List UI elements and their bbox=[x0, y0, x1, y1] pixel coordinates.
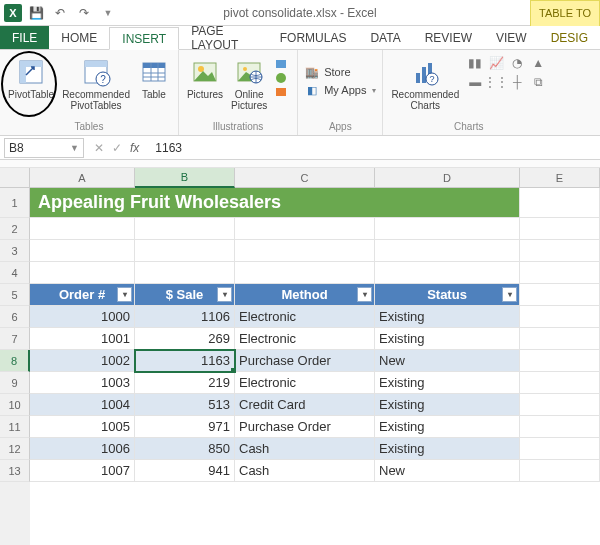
redo-icon[interactable]: ↷ bbox=[74, 3, 94, 23]
hbar-chart-icon[interactable]: ▬ bbox=[465, 73, 485, 91]
cell[interactable] bbox=[520, 188, 600, 218]
cell[interactable]: Credit Card bbox=[235, 394, 375, 416]
enter-icon[interactable]: ✓ bbox=[112, 141, 122, 155]
cell[interactable]: Cash bbox=[235, 438, 375, 460]
row-header[interactable]: 13 bbox=[0, 460, 30, 482]
cell[interactable]: Electronic bbox=[235, 372, 375, 394]
cell[interactable] bbox=[520, 372, 600, 394]
area-chart-icon[interactable]: ▲ bbox=[528, 54, 548, 72]
col-header[interactable]: B bbox=[135, 168, 235, 188]
cell[interactable] bbox=[375, 240, 520, 262]
cell[interactable] bbox=[135, 262, 235, 284]
cell[interactable] bbox=[520, 438, 600, 460]
cell[interactable]: Purchase Order bbox=[235, 350, 375, 372]
cell[interactable] bbox=[135, 240, 235, 262]
cell[interactable]: Electronic bbox=[235, 306, 375, 328]
cell[interactable]: 1000 bbox=[30, 306, 135, 328]
cell[interactable]: Purchase Order bbox=[235, 416, 375, 438]
shapes-dropdown[interactable] bbox=[273, 54, 291, 108]
cell[interactable] bbox=[520, 306, 600, 328]
cell[interactable] bbox=[30, 262, 135, 284]
cell[interactable]: 850 bbox=[135, 438, 235, 460]
line-chart-icon[interactable]: 📈 bbox=[486, 54, 506, 72]
col-header[interactable]: E bbox=[520, 168, 600, 188]
cell[interactable] bbox=[235, 262, 375, 284]
cell[interactable]: Electronic bbox=[235, 328, 375, 350]
col-header[interactable]: A bbox=[30, 168, 135, 188]
col-header[interactable]: C bbox=[235, 168, 375, 188]
filter-icon[interactable]: ▾ bbox=[357, 287, 372, 302]
cell[interactable]: 1007 bbox=[30, 460, 135, 482]
tab-formulas[interactable]: FORMULAS bbox=[268, 26, 359, 49]
cell[interactable]: 1005 bbox=[30, 416, 135, 438]
row-header[interactable]: 1 bbox=[0, 188, 30, 218]
cell[interactable]: 971 bbox=[135, 416, 235, 438]
formula-bar[interactable]: 1163 bbox=[145, 141, 600, 155]
table-header-status[interactable]: Status▾ bbox=[375, 284, 520, 306]
bar-chart-icon[interactable]: ▮▮ bbox=[465, 54, 485, 72]
scatter-chart-icon[interactable]: ⋮⋮ bbox=[486, 73, 506, 91]
stock-chart-icon[interactable]: ┼ bbox=[507, 73, 527, 91]
pie-chart-icon[interactable]: ◔ bbox=[507, 54, 527, 72]
save-icon[interactable]: 💾 bbox=[26, 3, 46, 23]
pivot-table-button[interactable]: PivotTable bbox=[6, 54, 56, 102]
cell[interactable] bbox=[520, 328, 600, 350]
cell[interactable]: Existing bbox=[375, 438, 520, 460]
cell[interactable] bbox=[520, 416, 600, 438]
table-button[interactable]: Table bbox=[136, 54, 172, 102]
my-apps-button[interactable]: ◧ My Apps ▾ bbox=[304, 82, 376, 98]
cell[interactable]: New bbox=[375, 350, 520, 372]
cell[interactable] bbox=[520, 240, 600, 262]
cell[interactable]: Cash bbox=[235, 460, 375, 482]
cell[interactable]: 941 bbox=[135, 460, 235, 482]
cell[interactable]: Existing bbox=[375, 372, 520, 394]
cell[interactable] bbox=[135, 218, 235, 240]
cell[interactable] bbox=[235, 218, 375, 240]
tab-file[interactable]: FILE bbox=[0, 26, 49, 49]
row-header[interactable]: 3 bbox=[0, 240, 30, 262]
fx-icon[interactable]: fx bbox=[130, 141, 139, 155]
tab-page-layout[interactable]: PAGE LAYOUT bbox=[179, 26, 268, 49]
cell[interactable]: 1003 bbox=[30, 372, 135, 394]
store-button[interactable]: 🏬 Store bbox=[304, 64, 376, 80]
tab-view[interactable]: VIEW bbox=[484, 26, 539, 49]
cell[interactable] bbox=[520, 284, 600, 306]
cell[interactable]: 1004 bbox=[30, 394, 135, 416]
cell[interactable] bbox=[375, 218, 520, 240]
cell[interactable] bbox=[30, 218, 135, 240]
filter-icon[interactable]: ▾ bbox=[117, 287, 132, 302]
cell[interactable]: Existing bbox=[375, 328, 520, 350]
cancel-icon[interactable]: ✕ bbox=[94, 141, 104, 155]
online-pictures-button[interactable]: Online Pictures bbox=[229, 54, 269, 113]
cell[interactable] bbox=[520, 262, 600, 284]
recommended-pivot-button[interactable]: ? Recommended PivotTables bbox=[60, 54, 132, 113]
selected-cell[interactable]: 1163 bbox=[135, 350, 235, 372]
cell[interactable]: 1106 bbox=[135, 306, 235, 328]
name-box[interactable]: B8 ▼ bbox=[4, 138, 84, 158]
row-header[interactable]: 5 bbox=[0, 284, 30, 306]
cell[interactable] bbox=[520, 350, 600, 372]
filter-icon[interactable]: ▾ bbox=[502, 287, 517, 302]
col-header[interactable]: D bbox=[375, 168, 520, 188]
row-header[interactable]: 6 bbox=[0, 306, 30, 328]
row-header[interactable]: 11 bbox=[0, 416, 30, 438]
cell[interactable]: 513 bbox=[135, 394, 235, 416]
cell[interactable] bbox=[375, 262, 520, 284]
sheet-title[interactable]: Appealing Fruit Wholesalers bbox=[30, 188, 520, 218]
table-header-method[interactable]: Method▾ bbox=[235, 284, 375, 306]
tab-home[interactable]: HOME bbox=[49, 26, 109, 49]
spreadsheet-grid[interactable]: 1 2 3 4 5 6 7 8 9 10 11 12 13 A B C D E … bbox=[0, 168, 600, 545]
tab-design[interactable]: DESIG bbox=[539, 26, 600, 49]
cell[interactable]: Existing bbox=[375, 416, 520, 438]
cell[interactable]: Existing bbox=[375, 306, 520, 328]
select-all-corner[interactable] bbox=[0, 168, 30, 188]
row-header[interactable]: 2 bbox=[0, 218, 30, 240]
tab-data[interactable]: DATA bbox=[358, 26, 412, 49]
row-header[interactable]: 10 bbox=[0, 394, 30, 416]
row-header[interactable]: 12 bbox=[0, 438, 30, 460]
tab-review[interactable]: REVIEW bbox=[413, 26, 484, 49]
cell[interactable]: 1001 bbox=[30, 328, 135, 350]
combo-chart-icon[interactable]: ⧉ bbox=[528, 73, 548, 91]
qat-dropdown-icon[interactable]: ▼ bbox=[98, 3, 118, 23]
cell[interactable]: New bbox=[375, 460, 520, 482]
